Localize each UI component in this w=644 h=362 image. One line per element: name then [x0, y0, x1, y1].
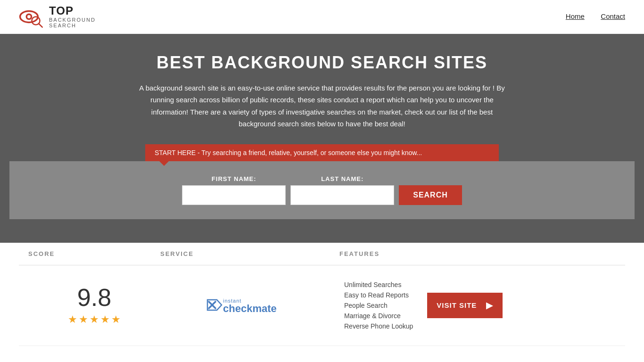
list-item: Unlimited Searches [344, 280, 413, 290]
score-value-1: 9.8 [77, 285, 111, 310]
hero-section: BEST BACKGROUND SEARCH SITES A backgroun… [0, 34, 644, 243]
stars-1: ★ ★ ★ ★ ★ [68, 313, 121, 326]
col-score: SCORE [28, 250, 160, 257]
search-form: FIRST NAME: LAST NAME: SEARCH [133, 175, 511, 205]
col-service: SERVICE [160, 250, 339, 257]
svg-text:checkmate: checkmate [223, 303, 277, 314]
logo-top-text: TOP [49, 5, 96, 17]
list-item: Reverse Phone Lookup [344, 321, 413, 331]
features-action-1: Unlimited Searches Easy to Read Reports … [339, 280, 616, 331]
logo-text: TOP BACKGROUNDSEARCH [49, 5, 96, 29]
features-cell-1: Unlimited Searches Easy to Read Reports … [339, 280, 413, 331]
checkmate-logo: instant checkmate [205, 292, 295, 318]
logo-icon [19, 5, 47, 28]
features-list-2: Accurate and up-to-date information Unli… [344, 360, 449, 362]
first-name-input[interactable] [182, 185, 286, 205]
main-nav: Home Contact [552, 12, 625, 21]
visit-site-button-1[interactable]: VISIT SITE ▶ [427, 293, 503, 318]
search-form-area: FIRST NAME: LAST NAME: SEARCH [9, 161, 635, 219]
results-area: SCORE SERVICE FEATURES 9.8 ★ ★ ★ ★ ★ [0, 243, 644, 362]
logo: TOP BACKGROUNDSEARCH [19, 5, 96, 29]
arrow-icon-1: ▶ [486, 300, 493, 311]
svg-point-2 [27, 15, 31, 18]
list-item: People Search [344, 300, 413, 311]
list-item: Easy to Read Reports [344, 290, 413, 300]
features-list-1: Unlimited Searches Easy to Read Reports … [344, 280, 413, 331]
last-name-input[interactable] [290, 185, 394, 205]
last-name-label: LAST NAME: [290, 175, 394, 182]
nav-contact[interactable]: Contact [601, 12, 625, 20]
list-item: Marriage & Divorce [344, 311, 413, 321]
col-features: FEATURES [339, 250, 616, 257]
first-name-group: FIRST NAME: [182, 175, 286, 205]
table-row: 9.4 People Looker Accurate and up-to-dat… [19, 346, 625, 362]
checkmate-logo-svg: instant checkmate [205, 292, 295, 318]
nav-home[interactable]: Home [566, 12, 585, 20]
svg-line-4 [39, 24, 42, 27]
table-row: 9.8 ★ ★ ★ ★ ★ instan [19, 265, 625, 346]
action-cell-1: VISIT SITE ▶ [427, 293, 507, 318]
service-cell-1: instant checkmate [160, 292, 339, 318]
last-name-group: LAST NAME: [290, 175, 394, 205]
search-button[interactable]: SEARCH [399, 185, 462, 205]
list-item: Accurate and up-to-date information [344, 360, 449, 362]
first-name-label: FIRST NAME: [182, 175, 286, 182]
page-title: BEST BACKGROUND SEARCH SITES [9, 53, 635, 73]
score-cell-1: 9.8 ★ ★ ★ ★ ★ [28, 285, 160, 326]
features-cell-2: Accurate and up-to-date information Unli… [339, 360, 449, 362]
hero-description: A background search site is an easy-to-u… [133, 82, 511, 130]
site-header: TOP BACKGROUNDSEARCH Home Contact [0, 0, 644, 34]
search-callout: START HERE - Try searching a friend, rel… [145, 144, 499, 161]
logo-sub-text: BACKGROUNDSEARCH [49, 17, 96, 28]
table-header: SCORE SERVICE FEATURES [19, 243, 625, 265]
features-action-2: Accurate and up-to-date information Unli… [339, 360, 616, 362]
